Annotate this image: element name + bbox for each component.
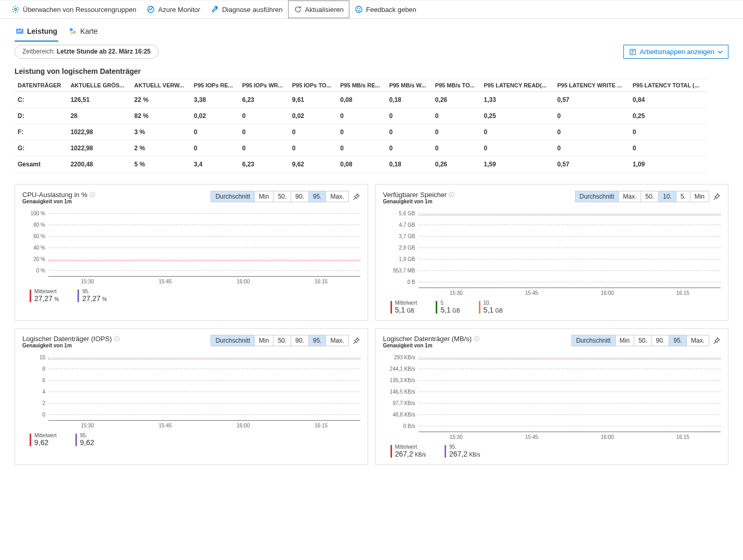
azure-monitor-icon bbox=[147, 5, 155, 14]
cmd-feedback[interactable]: Feedback geben bbox=[349, 1, 422, 18]
col-header[interactable]: AKTUELL VERW... bbox=[131, 79, 190, 92]
seg-option[interactable]: Min bbox=[255, 191, 273, 202]
pin-icon[interactable] bbox=[712, 336, 721, 345]
cmd-diagnose[interactable]: Diagnose ausführen bbox=[205, 1, 288, 18]
percentile-toggle: DurchschnittMin50.90.95.Max. bbox=[211, 191, 348, 202]
y-tick: 244,1 KB/s bbox=[383, 366, 419, 372]
col-header[interactable]: AKTUELLE GRÖS... bbox=[68, 79, 132, 92]
seg-option[interactable]: Max. bbox=[326, 191, 348, 202]
legend-item[interactable]: 95. 27,27 % bbox=[77, 289, 107, 303]
seg-option[interactable]: 10. bbox=[659, 191, 676, 202]
chart-legend: Mittelwert 267,2 KB/s 95. 267,2 KB/s bbox=[390, 444, 721, 458]
seg-option[interactable]: Min bbox=[616, 335, 634, 346]
legend-unit: % bbox=[54, 296, 59, 302]
table-row[interactable]: F:1022,983 %000000000 bbox=[15, 124, 707, 140]
seg-option[interactable]: Min bbox=[255, 335, 273, 346]
tab-map[interactable]: Karte bbox=[68, 24, 98, 42]
legend-item[interactable]: Mittelwert 5,1 GB bbox=[390, 300, 418, 314]
col-header[interactable]: P95 MB/s TO... bbox=[432, 79, 481, 92]
legend-item[interactable]: Mittelwert 267,2 KB/s bbox=[390, 444, 426, 458]
cmd-refresh[interactable]: Aktualisieren bbox=[288, 1, 349, 18]
cell: 0,25 bbox=[630, 108, 707, 124]
seg-option[interactable]: 50. bbox=[273, 335, 291, 346]
col-header[interactable]: P95 LATENCY WRITE ... bbox=[554, 79, 630, 92]
table-row[interactable]: D:2882 %0,0200,020000,2500,25 bbox=[15, 108, 707, 124]
legend-item[interactable]: 5. 5,1 GB bbox=[436, 300, 460, 314]
seg-option[interactable]: 90. bbox=[652, 335, 670, 346]
svg-rect-5 bbox=[16, 29, 23, 34]
cell: 5 % bbox=[131, 157, 190, 173]
cmd-monitor-rg[interactable]: Überwachen von Ressourcengruppen bbox=[6, 1, 141, 18]
table-row[interactable]: G:1022,982 %000000000 bbox=[15, 140, 707, 157]
seg-option[interactable]: 95. bbox=[669, 335, 687, 346]
seg-option[interactable]: Durchschnitt bbox=[576, 191, 619, 202]
legend-item[interactable]: Mittelwert 27,27 % bbox=[30, 289, 59, 303]
seg-option[interactable]: Max. bbox=[687, 335, 709, 346]
tab-performance[interactable]: Leistung bbox=[15, 24, 58, 42]
y-tick: 100 % bbox=[22, 211, 48, 216]
pin-icon[interactable] bbox=[352, 192, 360, 201]
legend-unit: KB/s bbox=[469, 452, 480, 458]
cell: 0 bbox=[630, 124, 707, 140]
y-tick: 293 KB/s bbox=[383, 355, 419, 360]
pin-icon[interactable] bbox=[712, 192, 721, 201]
legend-swatch bbox=[479, 301, 480, 314]
cell: 0,08 bbox=[337, 157, 386, 173]
col-header[interactable]: P95 IOPs WR... bbox=[239, 79, 289, 92]
seg-option[interactable]: 90. bbox=[291, 335, 309, 346]
cell: 1,09 bbox=[630, 157, 707, 173]
table-row[interactable]: C:126,5122 %3,386,239,610,080,180,261,33… bbox=[15, 92, 707, 108]
seg-option[interactable]: Max. bbox=[619, 191, 641, 202]
info-icon[interactable]: ⓘ bbox=[474, 335, 479, 343]
legend-item[interactable]: Mittelwert 9,62 bbox=[30, 433, 57, 447]
pin-icon[interactable] bbox=[352, 336, 360, 345]
table-row[interactable]: Gesamt2200,485 %3,46,239,620,080,180,261… bbox=[15, 157, 707, 173]
info-icon[interactable]: ⓘ bbox=[114, 335, 120, 343]
x-tick: 15:45 bbox=[494, 288, 569, 296]
top-controls: Zeitbereich: Letzte Stunde ab 22. März 1… bbox=[0, 42, 743, 65]
seg-option[interactable]: 5. bbox=[676, 191, 690, 202]
info-icon[interactable]: ⓘ bbox=[449, 191, 454, 199]
smiley-icon bbox=[355, 5, 363, 14]
col-header[interactable]: P95 LATENCY READ(... bbox=[481, 79, 554, 92]
seg-option[interactable]: Max. bbox=[326, 335, 348, 346]
y-tick: 20 % bbox=[22, 256, 48, 262]
legend-value: 9,62 bbox=[80, 438, 94, 447]
cell: 1022,98 bbox=[68, 140, 132, 157]
map-icon bbox=[69, 27, 77, 35]
cell: 1,33 bbox=[481, 92, 554, 108]
legend-value: 5,1 bbox=[440, 306, 450, 314]
seg-option[interactable]: Durchschnitt bbox=[211, 191, 255, 202]
col-header[interactable]: P95 MB/s RE... bbox=[337, 79, 386, 92]
seg-option[interactable]: 90. bbox=[291, 191, 309, 202]
seg-option[interactable]: 95. bbox=[309, 191, 327, 202]
seg-option[interactable]: Durchschnitt bbox=[572, 335, 616, 346]
time-range-pill[interactable]: Zeitbereich: Letzte Stunde ab 22. März 1… bbox=[15, 45, 159, 59]
col-header[interactable]: P95 IOPs RE... bbox=[191, 79, 239, 92]
chart-legend: Mittelwert 5,1 GB 5. 5,1 GB 10. 5,1 GB bbox=[390, 300, 721, 314]
seg-option[interactable]: 50. bbox=[273, 191, 291, 202]
legend-item[interactable]: 95. 9,62 bbox=[75, 433, 94, 447]
legend-item[interactable]: 95. 267,2 KB/s bbox=[445, 444, 480, 458]
col-header[interactable]: P95 MB/s W... bbox=[386, 79, 432, 92]
legend-name: 5. bbox=[440, 300, 460, 306]
y-tick: 1,9 GB bbox=[383, 256, 419, 262]
cell: 0 bbox=[630, 140, 707, 157]
legend-item[interactable]: 10. 5,1 GB bbox=[479, 300, 503, 314]
cell: 0 bbox=[239, 108, 289, 124]
seg-option[interactable]: Durchschnitt bbox=[211, 335, 255, 346]
cell: 0 bbox=[337, 140, 386, 157]
legend-name: Mittelwert bbox=[395, 444, 426, 450]
col-header[interactable]: P95 LATENCY TOTAL (... bbox=[630, 79, 707, 92]
y-tick: 195,3 KB/s bbox=[383, 377, 419, 383]
col-header[interactable]: DATENTRÄGER bbox=[15, 79, 68, 92]
seg-option[interactable]: Min bbox=[690, 191, 709, 202]
seg-option[interactable]: 50. bbox=[634, 335, 652, 346]
legend-value: 267,2 bbox=[449, 450, 467, 458]
seg-option[interactable]: 50. bbox=[641, 191, 659, 202]
show-workbooks-button[interactable]: Arbeitsmappen anzeigen bbox=[623, 45, 728, 59]
info-icon[interactable]: ⓘ bbox=[89, 191, 95, 199]
seg-option[interactable]: 95. bbox=[309, 335, 327, 346]
col-header[interactable]: P95 IOPs TO... bbox=[289, 79, 337, 92]
cmd-azure-monitor[interactable]: Azure Monitor bbox=[141, 1, 205, 18]
